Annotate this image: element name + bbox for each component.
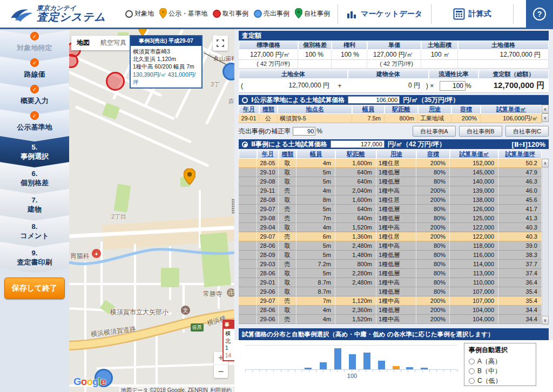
case-row-9[interactable]: 29-07売6m1,360m1種住居200%122,00040.3 [239,232,542,241]
own-case-b-button[interactable]: 自社事例B [459,126,502,137]
transaction-case-marker[interactable] [106,72,125,91]
terms-link[interactable]: 利用規約 [208,386,233,392]
case-cell: 200% [416,186,450,195]
sort-link[interactable]: 地点名 [306,106,324,112]
case-row-1[interactable]: 28-05取4m1,600m1種住居200%152,00050.2 [239,159,542,168]
sort-link[interactable]: 駅距離 [393,106,410,112]
own-case-a-button[interactable]: 自社事例A [413,126,456,137]
map-canvas[interactable]: 2丁目 3丁 森 胃腸科 + 倉山歯科 常勝寺 卍 横須賀市立大矢部小 文 佐原… [69,29,234,392]
case-cell: 200% [416,232,450,241]
section2-radio[interactable] [242,141,248,147]
sort-link[interactable]: 駅距離 [347,151,365,157]
own-case-c-button[interactable]: 自社事例C [505,126,549,137]
sort-link[interactable]: 用途 [390,151,402,157]
hospital-icon[interactable]: + [92,249,101,258]
sort-header[interactable]: 種類 [279,150,296,159]
sort-header[interactable]: 試算単価坪 [498,150,542,159]
case-row-12[interactable]: 29-03売7.2m800m1種低層80%114,00037.7 [239,260,542,269]
sort-header[interactable]: 試算単価㎡ [481,105,542,114]
case-cell: 640m [335,205,376,214]
auto-select-option-a[interactable]: A（高） [469,356,531,366]
sort-link[interactable]: 試算単価坪 [505,151,535,157]
case-row-17[interactable]: 28-06取4m2,360m1種低層200%104,00034.4 [239,306,542,315]
section1-table-row[interactable]: 29-01公横須賀9-57.5m800m工業地域200%106,000円/㎡ [239,114,542,123]
case-row-2[interactable]: 29-10取5m640m1種低層80%145,00047.9 [239,168,542,177]
school-icon[interactable]: 文 [181,306,190,315]
scroll-down-icon[interactable]: ∨ [542,316,549,325]
case-cell: 1種中高 [376,278,416,287]
market-data-button[interactable]: マーケットデータ [342,9,427,19]
satellite-type-button[interactable]: 航空写真 [95,36,132,50]
case-row-8[interactable]: 29-04取4m1,520m1種中高200%122,00040.3 [239,223,542,232]
google-logo[interactable]: Google [73,376,105,388]
auto-select-option-c[interactable]: C（低） [469,376,531,386]
sort-link[interactable]: 試算単価㎡ [496,106,526,112]
sort-header[interactable]: 年月 [257,150,279,159]
sort-header[interactable]: 年月 [239,105,259,114]
auto-select-option-b[interactable]: B（中） [469,366,531,376]
sort-link[interactable]: 用途 [429,106,441,112]
sort-header[interactable]: 容積 [451,105,481,114]
sort-link[interactable]: 試算単価㎡ [460,151,489,157]
sort-header[interactable]: 駅距離 [335,150,376,159]
case-row-13[interactable]: 28-06取5m2,280m1種低層80%113,00037.4 [239,269,542,278]
case-row-7[interactable]: 29-08売7m640m1種低層80%125,00041.3 [239,214,542,223]
sort-header[interactable]: 容積 [416,150,450,159]
map-type-button[interactable]: 地図 [71,36,95,50]
map-label-school: 横須賀市立大矢部小 [110,308,168,317]
sort-header[interactable]: 用途 [418,105,451,114]
sort-link[interactable]: 幅員 [362,106,374,112]
formula-button[interactable]: 計算式 [436,8,509,20]
sort-link[interactable]: 容積 [427,151,439,157]
scroll-down-icon[interactable]: ∨ [542,113,549,122]
help-button[interactable]: ? [526,0,553,28]
temple-icon[interactable]: 卍 [227,288,234,297]
case-row-18[interactable]: 29-06売4m1,520m1種中高200%104,00034.4 [239,315,542,324]
sort-link[interactable]: 年月 [243,106,255,112]
sort-header[interactable]: 地点名 [278,105,352,114]
case-cell: 1,520m [335,315,376,324]
section2-scrollbar[interactable]: ∧ ∨ [542,159,549,325]
case-row-10[interactable]: 28-06取5m2,480m1種中高80%118,00039.0 [239,241,542,251]
case-row-3[interactable]: 29-08取5m640m1種低層80%140,00046.3 [239,177,542,186]
sort-header[interactable]: 試算単価㎡ [450,150,498,159]
case-cell: 2,040m [335,186,376,195]
appraisal-total-value: 12,700,000 円 [475,80,549,91]
zoom-out-button[interactable]: − [214,365,228,378]
case-cell: 138,000 [450,195,498,205]
axis-tick [259,370,260,372]
section1-price-input[interactable] [348,96,400,104]
scroll-up-icon[interactable]: ∧ [542,159,549,167]
sort-header[interactable]: 幅員 [296,150,335,159]
section2-price-input[interactable] [331,140,385,148]
section1-table-header: 年月種類地点名幅員駅距離用途容積試算単価㎡ [239,105,542,114]
case-row-5[interactable]: 28-08取8m1,600m1種住居200%138,00045.6 [239,195,542,205]
koji-pin-marker[interactable] [184,168,195,185]
case-row-11[interactable]: 28-09取5m1,480m1種低層80%116,00038.3 [239,251,542,260]
correction-row: 売出事例の補正率 % 自社事例A 自社事例B 自社事例C [239,126,549,137]
histogram-bar-8 [406,367,413,369]
sort-link[interactable]: 種類 [282,151,294,157]
sort-link[interactable]: 種類 [262,106,274,112]
sort-header[interactable]: 駅距離 [385,105,418,114]
case-cell: 5m [296,177,335,186]
scroll-up-icon[interactable]: ∧ [542,105,549,113]
sort-header[interactable]: 幅員 [352,105,385,114]
sort-link[interactable]: 年月 [262,151,274,157]
case-row-14[interactable]: 29-01取8.7m2,480m1種中高80%110,00036.4 [239,278,542,287]
sort-header[interactable]: 種類 [259,105,278,114]
sort-header[interactable]: 用途 [376,150,416,159]
correction-rate-input[interactable] [293,127,315,136]
liquidity-ratio-input[interactable] [440,81,466,91]
sort-link[interactable]: 幅員 [310,151,322,157]
case-cell: 28-06 [257,241,279,251]
fullscreen-button[interactable] [213,36,228,51]
case-row-4[interactable]: 29-11売4m2,040m1種中高200%139,00046.0 [239,186,542,195]
case-cell [239,223,257,232]
section1-radio[interactable] [242,97,248,103]
sort-link[interactable]: 容積 [460,106,472,112]
case-row-6[interactable]: 29-07売5m640m1種低層80%126,00041.7 [239,205,542,214]
case-row-15[interactable]: 29-06取8.7m1種低層80%107,00035.4 [239,287,542,296]
save-and-exit-button[interactable]: 保存して終了 [4,278,65,299]
case-row-16[interactable]: 29-07売7m1,120m1種中高200%107,00035.4 [239,296,542,306]
